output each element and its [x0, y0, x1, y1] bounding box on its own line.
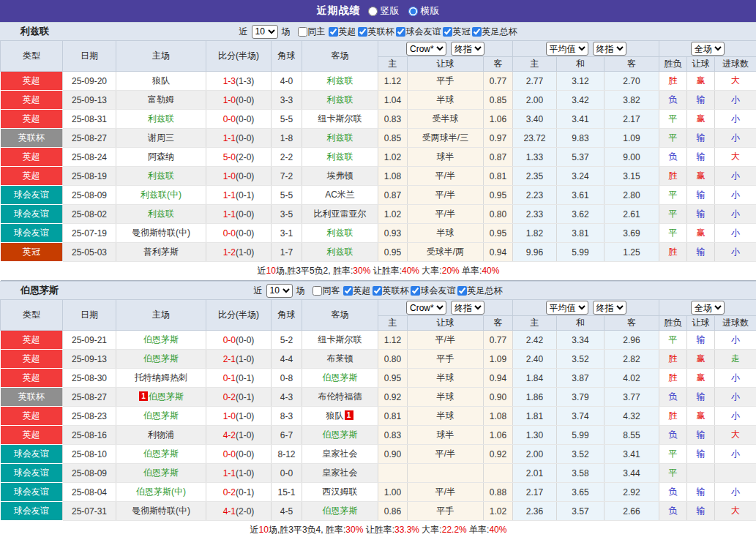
same-venue-checkbox-label[interactable]: 同主: [298, 26, 326, 38]
league-filter-checkbox[interactable]: [373, 286, 382, 296]
home-team[interactable]: 富勒姆: [148, 94, 174, 105]
league-filter-checkbox-label[interactable]: 英联杯: [373, 285, 409, 297]
match-row: 英超25-09-21伯恩茅斯0-0(0-0)5-2纽卡斯尔联1.12平/半0.7…: [1, 331, 756, 350]
company-select[interactable]: Crow*: [406, 301, 446, 315]
title-bar: 近期战绩 竖版横版: [0, 0, 756, 22]
league-filter-checkbox-label[interactable]: 英足总杯: [472, 26, 517, 38]
layout-radio-vertical[interactable]: 竖版: [368, 4, 400, 18]
home-team-cell: 利兹联: [116, 205, 206, 224]
league-filter-checkbox-label[interactable]: 英冠: [443, 26, 471, 38]
away-team[interactable]: 狼队: [326, 410, 344, 421]
league-filter-checkbox-label[interactable]: 英联杯: [358, 26, 394, 38]
scope-select[interactable]: 全场: [691, 42, 725, 56]
away-team[interactable]: 布莱顿: [327, 353, 353, 364]
odds-away: 0.87: [484, 148, 513, 167]
league-filter-checkbox-label[interactable]: 球会友谊: [396, 26, 441, 38]
away-team[interactable]: 埃弗顿: [327, 170, 353, 181]
home-team[interactable]: 谢周三: [148, 132, 174, 143]
home-team[interactable]: 伯恩茅斯: [143, 448, 179, 459]
away-team[interactable]: 伯恩茅斯: [323, 429, 358, 440]
avg-away: 3.82: [605, 91, 659, 110]
home-team[interactable]: 伯恩茅斯(中): [136, 487, 186, 497]
result-handicap: 输: [687, 331, 715, 350]
games-count-select[interactable]: 10: [266, 284, 293, 298]
avg-away: 2.92: [605, 483, 659, 502]
away-team[interactable]: AC米兰: [325, 189, 355, 200]
average-stage-select[interactable]: 终指: [593, 301, 626, 315]
home-team[interactable]: 普利茅斯: [143, 247, 179, 257]
score-cell: 1-0(1-0): [206, 407, 272, 426]
home-team[interactable]: 利兹联: [148, 170, 174, 181]
home-team[interactable]: 利兹联: [148, 113, 174, 124]
home-team[interactable]: 利兹联(中): [141, 189, 181, 200]
odds-handicap-line: 平/半: [408, 186, 484, 205]
league-filter-checkbox-label[interactable]: 英超: [329, 26, 356, 38]
average-select[interactable]: 平均值: [546, 42, 588, 56]
home-team[interactable]: 托特纳姆热刺: [135, 372, 187, 383]
league-filter-checkbox[interactable]: [443, 27, 452, 37]
layout-radio-horizontal[interactable]: 横版: [408, 4, 440, 18]
games-count-select[interactable]: 10: [252, 25, 278, 39]
home-team[interactable]: 利物浦: [148, 429, 174, 440]
average-select[interactable]: 平均值: [546, 301, 588, 315]
away-team[interactable]: 利兹联: [327, 228, 353, 238]
home-team[interactable]: 曼彻斯特联(中): [132, 228, 190, 238]
company-stage-select[interactable]: 终指: [451, 301, 484, 315]
home-team[interactable]: 阿森纳: [148, 151, 174, 162]
scope-select[interactable]: 全场: [691, 301, 725, 315]
away-team[interactable]: 利兹联: [327, 132, 353, 143]
same-venue-checkbox[interactable]: [298, 27, 307, 37]
away-team[interactable]: 利兹联: [327, 247, 353, 257]
league-filter-checkbox[interactable]: [411, 286, 420, 296]
league-badge: 球会友谊: [1, 186, 63, 205]
home-team[interactable]: 伯恩茅斯: [143, 410, 179, 421]
away-team[interactable]: 纽卡斯尔联: [318, 334, 362, 345]
home-team[interactable]: 狼队: [152, 75, 170, 86]
league-badge: 英冠: [1, 243, 63, 262]
avg-away: 3.69: [605, 224, 659, 243]
layout-radio-input[interactable]: [408, 7, 418, 16]
home-team[interactable]: 伯恩茅斯: [149, 391, 184, 402]
result-wdl: 负: [659, 502, 687, 521]
away-team[interactable]: 伯恩茅斯: [323, 372, 358, 383]
league-filter-checkbox-label[interactable]: 球会友谊: [411, 285, 456, 297]
league-filter-checkbox[interactable]: [472, 27, 482, 37]
league-filter-checkbox[interactable]: [457, 286, 467, 296]
sub-column-header: 主: [378, 316, 408, 331]
league-filter-checkbox[interactable]: [329, 27, 338, 37]
same-venue-checkbox-label[interactable]: 同客: [312, 285, 340, 297]
away-team[interactable]: 伯恩茅斯: [323, 506, 358, 516]
league-filter-checkbox[interactable]: [343, 286, 353, 296]
league-filter-checkbox-label[interactable]: 英超: [343, 285, 371, 297]
company-select[interactable]: Crow*: [406, 42, 446, 56]
away-team[interactable]: 利兹联: [327, 75, 353, 86]
odds-handicap-line: 平/半: [408, 483, 484, 502]
home-team[interactable]: 利兹联: [148, 209, 174, 219]
result-goals: [715, 464, 756, 483]
home-team[interactable]: 伯恩茅斯: [143, 353, 179, 364]
corner-cell: 8-3: [272, 407, 302, 426]
avg-home: 2.42: [513, 331, 557, 350]
league-filter-checkbox[interactable]: [358, 27, 367, 37]
away-team[interactable]: 利兹联: [327, 94, 353, 105]
result-handicap: 输: [687, 502, 715, 521]
away-team[interactable]: 比利亚雷亚尔: [314, 209, 367, 219]
away-team[interactable]: 皇家社会: [323, 467, 358, 478]
result-wdl: 平: [659, 464, 687, 483]
home-team[interactable]: 曼彻斯特联(中): [132, 506, 190, 516]
home-team[interactable]: 伯恩茅斯: [143, 467, 179, 478]
away-team[interactable]: 纽卡斯尔联: [318, 113, 362, 124]
average-stage-select[interactable]: 终指: [593, 42, 626, 56]
away-team[interactable]: 布伦特福德: [318, 391, 362, 402]
avg-draw: 3.52: [557, 350, 605, 369]
layout-radio-input[interactable]: [368, 7, 378, 16]
away-team[interactable]: 皇家社会: [323, 448, 358, 459]
company-stage-select[interactable]: 终指: [451, 42, 484, 56]
score-cell: 4-1(2-0): [206, 502, 272, 521]
same-venue-checkbox[interactable]: [312, 286, 322, 296]
league-filter-checkbox[interactable]: [396, 27, 405, 37]
away-team[interactable]: 利兹联: [327, 151, 353, 162]
home-team[interactable]: 伯恩茅斯: [143, 334, 179, 345]
league-filter-checkbox-label[interactable]: 英足总杯: [457, 285, 503, 297]
away-team[interactable]: 西汉姆联: [323, 487, 358, 497]
